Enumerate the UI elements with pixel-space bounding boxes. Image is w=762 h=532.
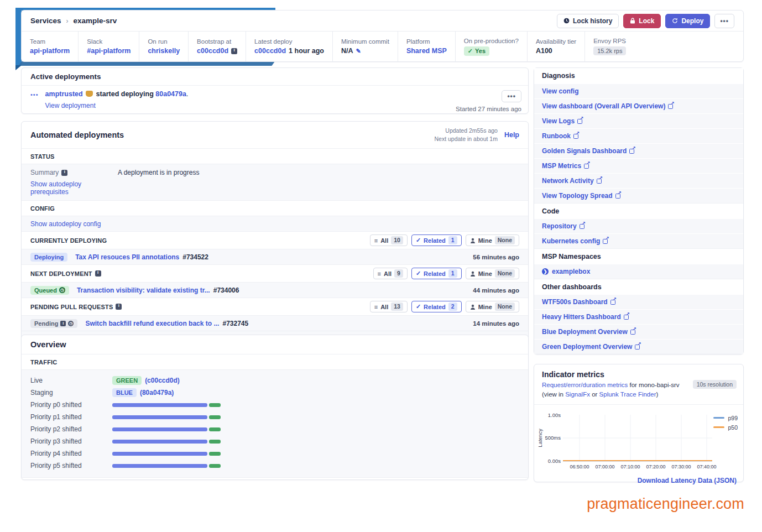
filter-all-button[interactable]: ≡All9 <box>373 268 408 279</box>
on-run-link[interactable]: chriskelly <box>148 47 180 55</box>
row-time: 14 minutes ago <box>473 320 519 327</box>
deployment-progress-dots-icon: ••• <box>30 91 39 112</box>
team-link[interactable]: api-platform <box>30 47 70 55</box>
ytick-500ms: 500ms <box>545 435 561 441</box>
actor-link[interactable]: amptrusted <box>45 90 83 98</box>
person-icon <box>470 271 476 277</box>
header-more-button[interactable]: ••• <box>714 14 734 28</box>
priority-row: Priority p2 shifted <box>30 424 519 434</box>
meta-preproduction-label: On pre-production? <box>464 38 519 44</box>
meta-envoy-rps: Envoy RPS 15.2k rps <box>585 32 634 61</box>
external-link-icon <box>584 164 589 169</box>
sidebar-link-network-activity[interactable]: Network Activity <box>534 173 743 188</box>
sidebar-link-view-logs[interactable]: View Logs <box>534 113 743 128</box>
external-link-icon <box>597 179 602 184</box>
bootstrap-commit-link[interactable]: c00ccd0d <box>197 47 228 55</box>
pending-prs-header: PENDING PULL REQUESTS ≡All13 ✓Related2 M… <box>22 298 528 315</box>
sidebar-link-wtf500s[interactable]: WTF500s Dashboard <box>534 294 743 309</box>
filter-all-button[interactable]: ≡All13 <box>370 301 408 312</box>
pr-title-link[interactable]: Switch backfill refund execution back to… <box>85 320 219 327</box>
meta-team: Team api-platform <box>22 32 79 61</box>
sidebar-link-kubernetes-config[interactable]: Kubernetes config <box>534 233 743 248</box>
indicator-metrics-description: Request/error/duration metrics for mono-… <box>542 380 680 400</box>
pending-row: Pendingi◷ Switch backfill refund executi… <box>22 315 528 331</box>
indicator-metrics-card: Indicator metrics Request/error/duration… <box>534 364 744 482</box>
sidebar-link-green-deployment[interactable]: Green Deployment Overview <box>534 339 743 354</box>
filter-mine-button[interactable]: MineNone <box>466 301 519 312</box>
deploying-row: Deploying Tax API resouces PII annotatio… <box>22 249 528 264</box>
view-deployment-link[interactable]: View deployment <box>45 102 96 109</box>
blue-env-badge: BLUE <box>112 388 137 397</box>
traffic-shift-bar <box>112 403 221 407</box>
priority-row: Priority p5 shifted <box>30 461 519 471</box>
info-icon[interactable] <box>116 304 122 310</box>
meta-slack-label: Slack <box>87 38 131 45</box>
info-icon[interactable] <box>61 170 67 176</box>
meta-on-run-label: On run <box>148 38 180 45</box>
xtick: 06:50:00 <box>570 464 589 470</box>
active-deployment-more-button[interactable]: ••• <box>502 90 521 102</box>
slack-link[interactable]: #api-platform <box>87 47 131 55</box>
info-icon[interactable] <box>95 270 101 277</box>
sidebar-link-examplebox[interactable]: ❯examplebox <box>534 264 743 279</box>
clock-icon: ◷ <box>68 321 74 326</box>
deploying-commit-link[interactable]: 80a0479a <box>155 90 186 98</box>
platform-link[interactable]: Shared MSP <box>406 47 447 55</box>
sidebar-link-view-config[interactable]: View config <box>534 84 743 98</box>
filter-mine-button[interactable]: MineNone <box>466 268 519 279</box>
signalfx-link[interactable]: SignalFx <box>565 391 590 398</box>
sidebar-link-heavy-hitters[interactable]: Heavy Hitters Dashboard <box>534 309 743 324</box>
lock-button[interactable]: Lock <box>623 14 661 28</box>
sidebar-link-topology-spread[interactable]: View Topology Spread <box>534 188 743 203</box>
filter-all-button[interactable]: ≡All10 <box>370 234 408 246</box>
live-label: Live <box>30 377 112 384</box>
filter-related-button[interactable]: ✓Related1 <box>411 268 462 279</box>
deployed-versions-header: DEPLOYED VERSIONS Show inactive (1 versi… <box>22 477 528 480</box>
row-time: 44 minutes ago <box>473 287 519 294</box>
lock-label: Lock <box>639 17 654 25</box>
filter-mine-button[interactable]: MineNone <box>466 234 519 246</box>
sidebar-link-repository[interactable]: Repository <box>534 218 743 233</box>
meta-on-run: On run chriskelly <box>139 32 189 61</box>
meta-bootstrap-label: Bootstrap at <box>197 38 237 45</box>
meta-bootstrap: Bootstrap at c00ccd0d <box>189 32 246 61</box>
external-link-icon <box>603 239 608 244</box>
pr-title-link[interactable]: Transaction visibility: validate existin… <box>77 286 210 294</box>
show-prerequisites-link[interactable]: Show autodeploy prerequisites <box>30 180 81 196</box>
sidebar-link-view-dashboard[interactable]: View dashboard (Overall API Overview) <box>534 98 743 113</box>
help-link[interactable]: Help <box>504 131 519 139</box>
filter-related-button[interactable]: ✓Related1 <box>411 234 462 246</box>
row-time: 56 minutes ago <box>473 254 519 260</box>
deployment-started-time: Started 27 minutes ago <box>456 106 521 112</box>
pr-number: #734006 <box>213 286 239 294</box>
red-metrics-link[interactable]: Request/error/duration metrics <box>542 382 628 388</box>
copy-icon[interactable] <box>231 48 237 54</box>
breadcrumb-services[interactable]: Services <box>30 17 61 25</box>
sidebar-link-msp-metrics[interactable]: MSP Metrics <box>534 158 743 173</box>
live-commit-link[interactable]: (c00ccd0d) <box>145 377 180 384</box>
edit-icon[interactable]: ✎ <box>356 48 361 55</box>
automated-deployments-title: Automated deployments <box>30 131 124 139</box>
green-env-badge: GREEN <box>112 376 142 385</box>
traffic-shift-bar <box>112 440 221 444</box>
diagnosis-header: Diagnosis <box>534 68 743 84</box>
person-icon <box>470 304 476 310</box>
deploy-button[interactable]: Deploy <box>665 14 710 28</box>
external-link-icon <box>577 119 582 124</box>
lock-history-button[interactable]: Lock history <box>557 14 619 28</box>
latency-chart: 1.00s 500ms 0.00s Latency 06:50:00 07:00… <box>534 405 743 476</box>
download-latency-link[interactable]: Download Latency Data (JSON) <box>638 477 737 484</box>
sidebar-link-golden-signals[interactable]: Golden Signals Dashboard <box>534 143 743 158</box>
sidebar-link-blue-deployment[interactable]: Blue Deployment Overview <box>534 324 743 339</box>
splunk-trace-finder-link[interactable]: Splunk Trace Finder <box>599 391 656 398</box>
p50-swatch <box>713 426 724 428</box>
updated-ago-text: Updated 2m55s ago <box>434 127 497 135</box>
filter-related-button[interactable]: ✓Related2 <box>411 301 462 312</box>
latest-deploy-commit-link[interactable]: c00ccd0d <box>254 47 286 55</box>
staging-commit-link[interactable]: (80a0479a) <box>140 389 174 397</box>
traffic-shift-bar <box>112 415 221 419</box>
sidebar-link-runbook[interactable]: Runbook <box>534 128 743 143</box>
ribbon-bottom-decoration <box>18 61 275 66</box>
pr-title-link[interactable]: Tax API resouces PII annotations <box>75 253 179 261</box>
show-autodeploy-config-link[interactable]: Show autodeploy config <box>30 220 101 228</box>
